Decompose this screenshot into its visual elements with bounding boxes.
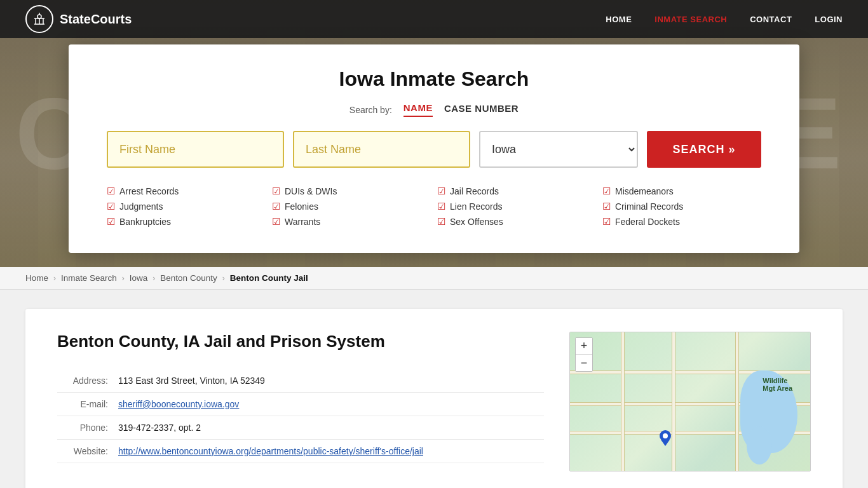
search-button[interactable]: SEARCH » bbox=[647, 131, 761, 168]
search-form: Iowa Alabama Alaska Illinois SEARCH » bbox=[107, 131, 761, 168]
checklist-federal-dockets: ☑Federal Dockets bbox=[602, 216, 761, 227]
logo-icon bbox=[25, 5, 53, 33]
checklist-duis: ☑DUIs & DWIs bbox=[272, 186, 431, 197]
breadcrumb-benton-county[interactable]: Benton County bbox=[160, 273, 217, 283]
website-link[interactable]: http://www.bentoncountyiowa.org/departme… bbox=[118, 446, 423, 456]
map-zoom-in[interactable]: + bbox=[576, 338, 592, 355]
checklist-warrants: ☑Warrants bbox=[272, 216, 431, 227]
content-area: Benton County, IA Jail and Prison System… bbox=[0, 290, 868, 488]
tab-case-number[interactable]: CASE NUMBER bbox=[444, 103, 519, 116]
check-icon: ☑ bbox=[602, 186, 611, 197]
email-link[interactable]: sheriff@boonecounty.iowa.gov bbox=[118, 399, 239, 409]
check-icon: ☑ bbox=[437, 186, 445, 197]
first-name-input[interactable] bbox=[107, 131, 284, 168]
map-pin bbox=[659, 430, 672, 449]
email-row: E-mail: sheriff@boonecounty.iowa.gov bbox=[57, 393, 544, 416]
map-controls: + − bbox=[575, 337, 593, 372]
map-container: WildlifeMgt Area + − bbox=[569, 332, 811, 471]
nav-home[interactable]: HOME bbox=[606, 15, 632, 24]
checklist-misdemeanors: ☑Misdemeanors bbox=[602, 186, 761, 197]
phone-label: Phone: bbox=[57, 423, 108, 433]
tab-name[interactable]: NAME bbox=[403, 102, 433, 117]
address-value: 113 East 3rd Street, Vinton, IA 52349 bbox=[118, 376, 265, 386]
website-row: Website: http://www.bentoncountyiowa.org… bbox=[57, 440, 544, 463]
checklist-criminal-records: ☑Criminal Records bbox=[602, 201, 761, 212]
check-icon: ☑ bbox=[272, 216, 280, 227]
checklist-sex-offenses: ☑Sex Offenses bbox=[437, 216, 596, 227]
card-inner: Benton County, IA Jail and Prison System… bbox=[57, 332, 811, 471]
checklist-felonies: ☑Felonies bbox=[272, 201, 431, 212]
svg-point-9 bbox=[663, 433, 668, 438]
breadcrumb-sep-4: › bbox=[222, 274, 225, 283]
breadcrumb-sep-1: › bbox=[53, 274, 56, 283]
checklist-lien-records: ☑Lien Records bbox=[437, 201, 596, 212]
check-icon: ☑ bbox=[272, 186, 280, 197]
search-modal-title: Iowa Inmate Search bbox=[107, 67, 761, 91]
checklist-bankruptcies: ☑Bankruptcies bbox=[107, 216, 266, 227]
check-icon: ☑ bbox=[107, 186, 115, 197]
header: COURTHOUSE StateCourts HOME INMATE SEARC… bbox=[0, 0, 868, 267]
nav-links: HOME INMATE SEARCH CONTACT LOGIN bbox=[606, 15, 843, 24]
search-by-label: Search by: bbox=[349, 105, 392, 115]
checklist-arrest-records: ☑Arrest Records bbox=[107, 186, 266, 197]
address-row: Address: 113 East 3rd Street, Vinton, IA… bbox=[57, 369, 544, 393]
site-logo[interactable]: StateCourts bbox=[25, 5, 132, 33]
breadcrumb-iowa[interactable]: Iowa bbox=[130, 273, 148, 283]
map-background: WildlifeMgt Area bbox=[570, 332, 810, 471]
jail-title: Benton County, IA Jail and Prison System bbox=[57, 332, 544, 351]
nav-contact[interactable]: CONTACT bbox=[750, 15, 792, 24]
website-value: http://www.bentoncountyiowa.org/departme… bbox=[118, 446, 423, 456]
jail-details: Benton County, IA Jail and Prison System… bbox=[57, 332, 544, 471]
email-label: E-mail: bbox=[57, 399, 108, 409]
check-icon: ☑ bbox=[437, 216, 445, 227]
last-name-input[interactable] bbox=[293, 131, 470, 168]
nav-login[interactable]: LOGIN bbox=[815, 15, 843, 24]
check-icon: ☑ bbox=[437, 201, 445, 212]
map-road bbox=[672, 332, 675, 471]
breadcrumb-home[interactable]: Home bbox=[25, 273, 48, 283]
map-road bbox=[735, 332, 739, 471]
breadcrumb-sep-3: › bbox=[153, 274, 155, 283]
site-name: StateCourts bbox=[60, 12, 132, 27]
search-modal: Iowa Inmate Search Search by: NAME CASE … bbox=[69, 44, 799, 253]
check-icon: ☑ bbox=[107, 216, 115, 227]
svg-point-0 bbox=[37, 15, 41, 18]
nav-inmate-search[interactable]: INMATE SEARCH bbox=[654, 15, 727, 24]
breadcrumb-sep-2: › bbox=[122, 274, 125, 283]
website-label: Website: bbox=[57, 446, 108, 456]
jail-info-card: Benton County, IA Jail and Prison System… bbox=[25, 309, 843, 488]
breadcrumb-inmate-search[interactable]: Inmate Search bbox=[61, 273, 117, 283]
search-by-row: Search by: NAME CASE NUMBER bbox=[107, 102, 761, 117]
checklist-judgments: ☑Judgments bbox=[107, 201, 266, 212]
map-water-feature bbox=[747, 426, 772, 464]
map-area-label: WildlifeMgt Area bbox=[763, 377, 792, 392]
check-icon: ☑ bbox=[107, 201, 115, 212]
svg-marker-8 bbox=[661, 440, 670, 446]
breadcrumb: Home › Inmate Search › Iowa › Benton Cou… bbox=[0, 267, 868, 290]
map-zoom-out[interactable]: − bbox=[576, 355, 592, 371]
checklist-grid: ☑Arrest Records ☑DUIs & DWIs ☑Jail Recor… bbox=[107, 186, 761, 227]
check-icon: ☑ bbox=[602, 216, 611, 227]
state-select[interactable]: Iowa Alabama Alaska Illinois bbox=[479, 131, 638, 168]
email-value: sheriff@boonecounty.iowa.gov bbox=[118, 399, 239, 409]
breadcrumb-current: Benton County Jail bbox=[230, 273, 308, 283]
phone-row: Phone: 319-472-2337, opt. 2 bbox=[57, 416, 544, 440]
checklist-jail-records: ☑Jail Records bbox=[437, 186, 596, 197]
check-icon: ☑ bbox=[602, 201, 611, 212]
address-label: Address: bbox=[57, 376, 108, 386]
navigation: StateCourts HOME INMATE SEARCH CONTACT L… bbox=[0, 0, 868, 38]
map-road bbox=[621, 332, 625, 471]
phone-value: 319-472-2337, opt. 2 bbox=[118, 423, 201, 433]
check-icon: ☑ bbox=[272, 201, 280, 212]
